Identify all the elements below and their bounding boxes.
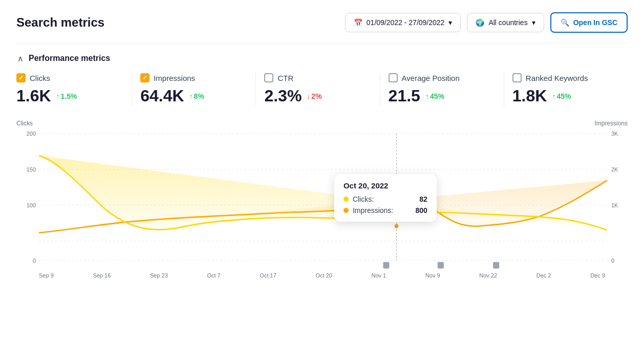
- ctr-change: ↓ 2%: [307, 92, 321, 100]
- ranked-keywords-label: Ranked Keywords: [526, 74, 588, 82]
- svg-text:150: 150: [27, 166, 36, 173]
- arrow-down-icon: ↓: [307, 92, 310, 100]
- x-label-sep9: Sep 9: [39, 272, 54, 279]
- chart-svg: 200 150 100 0 3K 2K 1K 0: [16, 128, 628, 271]
- tooltip-dot-impressions-indicator: [344, 208, 349, 213]
- date-picker-button[interactable]: 📅 01/09/2022 - 27/09/2022 ▾: [345, 13, 461, 32]
- arrow-up-icon-rk: ↑: [552, 92, 555, 100]
- svg-text:0: 0: [33, 257, 36, 263]
- tooltip-row-clicks: Clicks: 82: [344, 195, 427, 203]
- x-tick-oct20: [383, 262, 389, 269]
- page-title: Search metrics: [16, 15, 104, 30]
- clicks-change-value: 1.5%: [61, 92, 77, 100]
- arrow-up-icon-imp: ↑: [189, 92, 193, 100]
- date-range-label: 01/09/2022 - 27/09/2022: [367, 18, 445, 27]
- metric-ranked-keywords: Ranked Keywords 1.8K ↑ 45%: [504, 73, 628, 105]
- header-controls: 📅 01/09/2022 - 27/09/2022 ▾ 🌍 All countr…: [345, 12, 628, 33]
- country-selector-button[interactable]: 🌍 All countries ▾: [467, 13, 544, 32]
- clicks-value: 1.6K: [16, 87, 51, 105]
- metric-avg-position: Average Position 21.5 ↑ 45%: [380, 73, 504, 105]
- globe-icon: 🌍: [476, 18, 484, 27]
- x-tick-nov1: [438, 262, 444, 269]
- search-icon: 🔍: [561, 18, 569, 27]
- tooltip-clicks-label: Clicks:: [353, 195, 374, 203]
- impressions-checkbox[interactable]: ✓: [140, 73, 149, 82]
- ranked-keywords-checkbox[interactable]: [512, 73, 522, 82]
- ranked-keywords-change: ↑ 45%: [552, 92, 571, 100]
- ctr-checkbox[interactable]: [264, 73, 273, 82]
- x-label-oct7: Oct 7: [207, 272, 220, 279]
- impressions-value: 64.4K: [140, 87, 184, 105]
- x-label-oct20: Oct 20: [315, 272, 332, 279]
- avg-position-change: ↑ 45%: [425, 92, 444, 100]
- impressions-label: Impressions: [154, 74, 195, 82]
- x-label-nov1: Nov 1: [371, 272, 386, 279]
- ranked-keywords-change-value: 45%: [556, 92, 571, 100]
- chevron-down-icon: ▾: [448, 18, 452, 27]
- ctr-label: CTR: [277, 74, 293, 82]
- x-tick-nov9: [493, 262, 499, 269]
- x-label-sep23: Sep 23: [150, 272, 168, 279]
- impressions-change-value: 8%: [194, 92, 204, 100]
- performance-section-header: ∧ Performance metrics: [16, 54, 628, 63]
- tooltip-date: Oct 20, 2022: [344, 181, 427, 190]
- x-label-oct17: Oct 17: [260, 272, 276, 279]
- chevron-down-icon-country: ▾: [532, 18, 535, 27]
- chart-left-axis-label: Clicks: [16, 120, 33, 127]
- impressions-change: ↑ 8%: [189, 92, 204, 100]
- check-icon: ✓: [18, 74, 24, 81]
- ranked-keywords-value: 1.8K: [512, 87, 547, 105]
- chart-wrapper: 200 150 100 0 3K 2K 1K 0: [16, 128, 628, 271]
- collapse-icon[interactable]: ∧: [16, 54, 25, 62]
- chart-tooltip: Oct 20, 2022 Clicks: 82 Impressions: 800: [334, 174, 437, 222]
- avg-position-change-value: 45%: [430, 92, 444, 100]
- tooltip-dot-clicks-indicator: [344, 197, 349, 202]
- tooltip-clicks-value: 82: [419, 195, 427, 203]
- metric-clicks: ✓ Clicks 1.6K ↑ 1.5%: [16, 73, 132, 105]
- x-label-nov22: Nov 22: [479, 272, 497, 279]
- page-header: Search metrics 📅 01/09/2022 - 27/09/2022…: [16, 12, 628, 33]
- svg-text:200: 200: [27, 131, 36, 137]
- svg-text:100: 100: [27, 202, 36, 208]
- chart-right-axis-label: Impressions: [594, 120, 628, 127]
- metrics-row: ✓ Clicks 1.6K ↑ 1.5% ✓ Impressions 64.4K…: [16, 73, 628, 105]
- avg-position-label: Average Position: [402, 74, 460, 82]
- clicks-checkbox[interactable]: ✓: [16, 73, 26, 82]
- ctr-change-value: 2%: [311, 92, 321, 100]
- arrow-up-icon: ↑: [56, 92, 60, 100]
- chart-container: Clicks Impressions 200 150 100 0 3K 2K 1…: [16, 120, 628, 273]
- svg-text:3K: 3K: [611, 131, 618, 137]
- calendar-icon: 📅: [354, 18, 362, 27]
- x-label-nov9: Nov 9: [425, 272, 440, 279]
- header-divider: [16, 43, 628, 44]
- check-icon-impressions: ✓: [142, 74, 147, 81]
- tooltip-impressions-label: Impressions:: [353, 206, 393, 215]
- x-label-dec2: Dec 2: [536, 272, 551, 279]
- open-gsc-label: Open In GSC: [573, 18, 617, 27]
- open-gsc-button[interactable]: 🔍 Open In GSC: [550, 12, 628, 33]
- tooltip-row-impressions: Impressions: 800: [344, 206, 427, 215]
- avg-position-value: 21.5: [389, 87, 420, 105]
- clicks-change: ↑ 1.5%: [56, 92, 77, 100]
- avg-position-checkbox[interactable]: [389, 73, 398, 82]
- tooltip-impressions-value: 800: [416, 206, 427, 215]
- ctr-value: 2.3%: [264, 87, 302, 105]
- svg-text:1K: 1K: [611, 202, 618, 208]
- svg-text:2K: 2K: [611, 166, 618, 173]
- country-label: All countries: [488, 18, 527, 27]
- x-label-dec9: Dec 9: [590, 272, 605, 279]
- arrow-up-icon-avg: ↑: [425, 92, 429, 100]
- svg-text:0: 0: [611, 257, 614, 263]
- metric-ctr: CTR 2.3% ↓ 2%: [256, 73, 380, 105]
- clicks-label: Clicks: [30, 74, 50, 82]
- x-label-sep16: Sep 16: [93, 272, 111, 279]
- section-title: Performance metrics: [29, 54, 110, 63]
- metric-impressions: ✓ Impressions 64.4K ↑ 8%: [132, 73, 256, 105]
